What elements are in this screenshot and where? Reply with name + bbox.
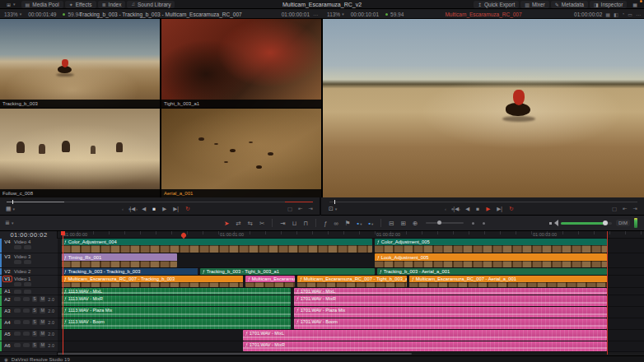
play-button[interactable]: ▶ <box>486 206 490 212</box>
unmix-icon[interactable]: ▢ <box>287 206 292 212</box>
audio-clip[interactable]: ƒ1701.WAV - Plaza Mix <box>294 307 607 318</box>
timeline-ruler[interactable]: 01:00:00:0001:00:01:0001:00:02:0001:00:0… <box>58 231 644 239</box>
unmix-icon[interactable]: ▢ <box>612 206 617 212</box>
lock-toggle[interactable] <box>14 320 21 324</box>
lock-toggle[interactable] <box>14 282 21 286</box>
lock-toggle[interactable] <box>14 297 21 301</box>
track-header-A5[interactable]: A5SM2.0 <box>0 330 58 341</box>
flag-button[interactable]: ⚑ <box>345 220 351 227</box>
lock-toggle[interactable] <box>14 332 21 336</box>
track-header-V2[interactable]: V2Video 2 <box>0 268 58 276</box>
timeline-clip[interactable]: ƒMulticam_Escaramuza_RC_007 - Tracking_b… <box>62 276 243 287</box>
play-button[interactable]: ▶ <box>162 206 166 212</box>
zoom-full-icon[interactable]: ⊞ <box>401 220 406 227</box>
track-header-A2[interactable]: A2SM2.0 <box>0 295 58 307</box>
audio-clip[interactable]: ƒ1113.WAV - Boom <box>62 318 291 329</box>
timeline-clip[interactable]: ƒLook_Adjustment_005 <box>375 253 607 267</box>
timeline-track-area[interactable]: 01:00:00:0001:00:01:0001:00:02:0001:00:0… <box>58 231 644 355</box>
audio-clip[interactable]: ƒ1701.WAV - MixR <box>294 295 607 306</box>
wipe-icon[interactable]: ▭ <box>628 12 632 17</box>
timeline-clip[interactable]: ƒMulticam_Escaramuza_RC_007 - Aerial_a_0… <box>409 276 607 287</box>
track-badge-A5[interactable]: A5 <box>3 332 12 336</box>
scrollbar-thumb[interactable] <box>58 353 412 355</box>
loop-button[interactable]: ↻ <box>509 206 513 212</box>
auto-select-toggle[interactable] <box>23 343 30 347</box>
trim-edit-tool[interactable]: ⇄ <box>236 220 240 227</box>
multicam-angle-3[interactable]: Follow_c_008 <box>0 109 160 197</box>
multicam-angle-1[interactable]: Tracking_b_003 <box>0 19 160 108</box>
sound-library-button[interactable]: ♫Sound Library <box>127 1 175 8</box>
audio-clip[interactable]: ƒ1113.WAV - Plaza Mix <box>62 307 291 318</box>
stop-button[interactable]: ■ <box>152 206 156 212</box>
track-badge-A2[interactable]: A2 <box>3 297 12 302</box>
flag-color-dropdown[interactable]: ▪▾ <box>368 220 373 227</box>
lock-toggle[interactable] <box>14 290 21 294</box>
viewer-options-icon[interactable]: ⋯ <box>636 12 641 17</box>
track-badge-V4[interactable]: V4 <box>3 239 12 244</box>
marker-color-dropdown[interactable]: ▪▾ <box>357 220 362 227</box>
timeline-clip[interactable]: ƒTracking_b_003 - Tight_b_003_a1 <box>200 268 375 275</box>
auto-select-toggle[interactable] <box>24 290 31 294</box>
inspector-button[interactable]: ◨Inspector <box>590 1 627 8</box>
insert-clip-button[interactable]: ⇥ <box>280 220 285 227</box>
auto-select-toggle[interactable] <box>24 245 31 249</box>
loop-button[interactable]: ↻ <box>185 206 189 212</box>
page-layout-icon[interactable]: ▦ <box>628 1 642 8</box>
overwrite-clip-button[interactable]: ⊔ <box>292 220 296 227</box>
workspace-layout-icon[interactable]: ⊞▾ <box>2 1 20 8</box>
step-back-button[interactable]: ◀ <box>142 206 146 212</box>
track-header-V1[interactable]: V1Video 1 <box>0 276 58 288</box>
audio-clip[interactable]: ƒ1701.WAV - MixL <box>243 330 607 341</box>
lock-toggle[interactable] <box>14 260 21 264</box>
last-frame-button[interactable]: ▶| <box>497 206 502 212</box>
metadata-button[interactable]: ✎Metadata <box>551 1 588 8</box>
left-viewer-options-icon[interactable]: ⋯ <box>313 12 318 17</box>
mute-button[interactable]: M <box>40 308 45 313</box>
track-header-V4[interactable]: V4Video 4 <box>0 239 58 253</box>
link-toggle[interactable]: ∞ <box>334 220 338 227</box>
mute-button[interactable]: M <box>40 319 45 325</box>
volume-slider[interactable] <box>561 222 612 225</box>
zoom-fit-icon[interactable]: ⊟ <box>389 220 394 227</box>
index-button[interactable]: ≣Index <box>98 1 126 8</box>
track-badge-A6[interactable]: A6 <box>3 343 12 348</box>
mute-button[interactable]: M <box>40 296 45 302</box>
audio-clip[interactable]: ƒ1701.WAV - MixR <box>243 341 607 351</box>
auto-select-toggle[interactable] <box>23 297 30 301</box>
playhead[interactable] <box>63 231 63 355</box>
audio-clip[interactable]: ƒ1701.WAV - Boom <box>294 318 607 329</box>
replace-clip-button[interactable]: ⊓ <box>303 220 308 227</box>
speaker-icon[interactable] <box>549 220 557 226</box>
audio-clip[interactable]: ƒ1113.WAV - MixL <box>62 288 291 295</box>
track-badge-A4[interactable]: A4 <box>3 320 12 325</box>
first-frame-button[interactable]: |◀ <box>454 206 460 212</box>
goto-out-icon[interactable]: ⇥ <box>633 206 637 212</box>
track-header-V3[interactable]: V3Video 3 <box>0 253 58 268</box>
right-zoom-select[interactable]: 113%▾ <box>327 12 344 17</box>
solo-button[interactable]: S <box>32 342 38 348</box>
timeline-viewer[interactable] <box>323 19 644 197</box>
dim-button[interactable]: DIM <box>616 220 630 226</box>
retime-button[interactable]: ƒ <box>324 220 327 227</box>
zoom-slider-knob[interactable] <box>437 220 441 225</box>
last-frame-button[interactable]: ▶| <box>173 206 179 212</box>
dynamic-trim-tool[interactable]: ⇆ <box>248 220 253 227</box>
goto-out-icon[interactable]: ⇥ <box>309 206 313 212</box>
step-back-button[interactable]: ◀ <box>465 206 469 212</box>
auto-select-toggle[interactable] <box>24 282 31 286</box>
lock-toggle[interactable] <box>14 309 21 313</box>
track-badge-V1[interactable]: V1 <box>3 276 12 281</box>
track-badge-V2[interactable]: V2 <box>3 269 12 274</box>
mute-button[interactable]: M <box>40 342 45 348</box>
track-header-A4[interactable]: A4SM2.0 <box>0 318 58 330</box>
audio-clip[interactable]: ƒ1701.WAV - MixL <box>294 288 607 295</box>
auto-select-toggle[interactable] <box>23 320 30 324</box>
scopes-icon[interactable]: ◔ <box>622 12 625 17</box>
track-header-A1[interactable]: A1 <box>0 288 58 295</box>
lock-toggle[interactable] <box>14 245 21 249</box>
effects-button[interactable]: ✦Effects <box>65 1 96 8</box>
solo-button[interactable]: S <box>32 308 38 313</box>
auto-select-toggle[interactable] <box>23 332 30 336</box>
track-badge-A1[interactable]: A1 <box>3 289 12 294</box>
multicam-grid-icon[interactable]: ▦ <box>605 12 610 17</box>
